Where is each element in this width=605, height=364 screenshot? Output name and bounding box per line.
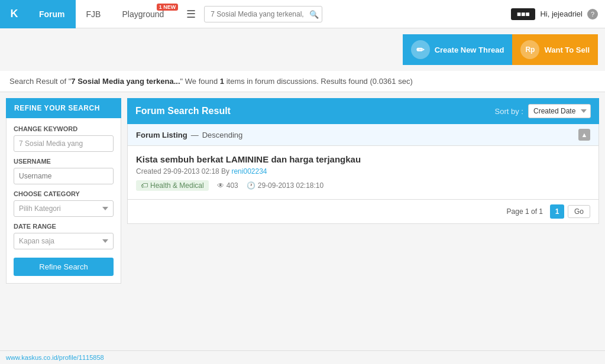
go-button[interactable]: Go [568,205,590,218]
listing-label: Forum Listing [136,131,187,139]
help-icon[interactable]: ? [587,9,598,20]
result-title: Kista sembuh berkat LAMININE dan harga t… [136,154,590,164]
username-input[interactable] [14,168,114,184]
results-header: Forum Search Result Sort by : Created Da… [127,98,599,124]
nav-item-playground[interactable]: Playground 1 NEW [111,0,180,28]
playground-badge: 1 NEW [157,4,179,11]
result-tags: 🏷 Health & Medical 👁 403 🕐 29-09-2013 02… [136,180,590,191]
forum-results: Forum Search Result Sort by : Created Da… [127,98,599,284]
sidebar: REFINE YOUR SEARCH CHANGE KEYWORD USERNA… [6,98,121,284]
category-label: CHOOSE CATEGORY [14,190,114,197]
hi-text: Hi, jejeadriel [540,9,583,18]
nav-right: ■■■ Hi, jejeadriel ? [511,8,605,20]
views-meta: 👁 403 [217,181,238,190]
listing-bar: Forum Listing — Descending ▲ [127,124,599,146]
sort-area: Sort by : Created DateRelevanceViews [495,104,591,118]
main-layout: REFINE YOUR SEARCH CHANGE KEYWORD USERNA… [0,92,605,290]
logo[interactable]: K [0,0,28,28]
nav-item-fjb[interactable]: FJB [76,0,112,28]
search-result-banner: Search Result of "7 Sosial Media yang te… [0,71,605,92]
action-bar: ✏ Create New Thread Rp Want To Sell [0,28,605,71]
page-info: Page 1 of 1 [507,207,543,216]
want-to-sell-button[interactable]: Rp Want To Sell [512,34,598,65]
refine-search-button[interactable]: Refine Search [14,258,114,276]
search-bar: 🔍 [204,6,322,22]
search-icon[interactable]: 🔍 [309,9,319,18]
listing-order: Descending [202,131,243,139]
pagination-bar: Page 1 of 1 1 Go [127,200,599,224]
change-keyword-label: CHANGE KEYWORD [14,125,114,132]
sidebar-content: CHANGE KEYWORD USERNAME CHOOSE CATEGORY … [6,118,121,284]
sidebar-header: REFINE YOUR SEARCH [6,98,121,118]
menu-icon[interactable]: ☰ [180,8,202,21]
date-range-label: DATE RANGE [14,223,114,230]
nav-item-forum[interactable]: Forum [28,0,76,28]
keyword-input[interactable] [14,135,114,152]
category-select[interactable]: Pilih Kategori [14,200,114,217]
result-meta: Created 29-09-2013 02:18 By reni002234 [136,167,590,176]
avatar: ■■■ [511,8,536,20]
create-thread-button[interactable]: ✏ Create New Thread [403,34,513,65]
result-count: 1 [220,77,224,86]
sort-select[interactable]: Created DateRelevanceViews [528,104,591,118]
top-navigation: K Forum FJB Playground 1 NEW ☰ 🔍 ■■■ Hi,… [0,0,605,28]
want-sell-icon: Rp [520,40,539,59]
result-author-link[interactable]: reni002234 [231,167,267,176]
date-range-select[interactable]: Kapan sajaHari iniMinggu iniBulan ini [14,233,114,249]
category-tag: 🏷 Health & Medical [136,180,209,191]
username-label: USERNAME [14,158,114,165]
create-thread-icon: ✏ [411,40,430,59]
date-meta: 🕐 29-09-2013 02:18:10 [247,181,323,190]
toggle-icon[interactable]: ▲ [578,129,590,141]
result-item: Kista sembuh berkat LAMININE dan harga t… [127,146,599,200]
page-1-button[interactable]: 1 [550,204,564,219]
search-input[interactable] [204,6,322,22]
sort-label: Sort by : [495,107,523,116]
results-title: Forum Search Result [135,106,231,116]
search-query: 7 Sosial Media yang terkena... [71,77,180,86]
